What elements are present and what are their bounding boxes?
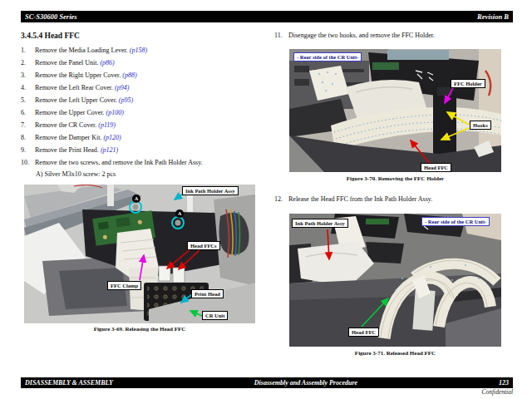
figure-3-70-caption: Figure 3-70. Removing the FFC Holder	[289, 175, 501, 182]
step-text: Remove the Print Head.	[35, 146, 99, 154]
header-series-title: SC-S30600 Series	[25, 12, 77, 21]
callout-hooks: Hooks	[470, 121, 491, 130]
step-text: Remove the Media Loading Lever.	[35, 47, 128, 54]
callout-ink-path-holder: Ink Path Holder Assy	[292, 219, 348, 228]
page-link[interactable]: (p88)	[122, 71, 136, 79]
step-11: 11.Disengage the two hooks, and remove t…	[274, 32, 515, 39]
page-footer: DISASSEMBLY & ASSEMBLY Disassembly and A…	[21, 377, 513, 388]
footer-section: DISASSEMBLY & ASSEMBLY	[25, 379, 113, 387]
step-text: Remove the Right Upper Cover.	[35, 71, 121, 79]
step-text: Remove the Panel Unit.	[35, 59, 98, 66]
figure-3-71-caption: Figure 3-71. Released Head FFC	[289, 350, 501, 357]
substep-a: A) Silver M3x10 screw: 2 pcs	[36, 170, 116, 178]
manual-page: SC-S30600 Series Revision B 3.4.5.4 Head…	[0, 0, 532, 399]
callout-head-ffc: Head FFC	[421, 163, 451, 172]
step-9: 9.Remove the Print Head. (p121)	[21, 146, 270, 154]
step-text: Remove the Left Upper Cover.	[35, 96, 117, 104]
step-text: Remove the Left Rear Cover.	[35, 84, 113, 91]
step-2: 2.Remove the Panel Unit. (p86)	[21, 59, 270, 66]
step-text: Remove the two screws, and remove the In…	[35, 159, 203, 166]
figure-3-69-caption: Figure 3-69. Releasing the Head FFC	[24, 326, 255, 332]
step-number: 11.	[274, 32, 288, 39]
step-text: Remove the CR Cover.	[35, 121, 96, 129]
step-12: 12.Release the Head FFC from the Ink Pat…	[274, 195, 515, 203]
callout-head-ffcs: Head FFCs	[187, 241, 220, 250]
step-text: Release the Head FFC from the Ink Path H…	[288, 195, 432, 203]
step-number: 1.	[21, 47, 35, 54]
figure-photo	[289, 49, 501, 172]
callout-ffc-holder: FFC Holder	[451, 79, 485, 88]
step-number: 3.	[21, 71, 35, 79]
page-link[interactable]: (p158)	[130, 47, 147, 54]
page-link[interactable]: (p94)	[115, 84, 129, 91]
screw-marker-a: A	[132, 195, 140, 203]
step-7: 7.Remove the CR Cover. (p119)	[21, 121, 270, 129]
step-number: 12.	[274, 195, 288, 203]
page-link[interactable]: (p100)	[106, 109, 124, 116]
callout-ffc-clamp: FFC Clamp	[107, 281, 141, 290]
figure-3-70: - Rear side of the CR Unit- FFC Holder H…	[289, 49, 501, 172]
header-revision: Revision B	[477, 12, 509, 21]
section-title: 3.4.5.4 Head FFC	[21, 32, 80, 40]
step-6: 6.Remove the Upper Cover. (p100)	[21, 109, 270, 116]
step-number: 10.	[21, 159, 35, 166]
step-number: 9.	[21, 146, 35, 154]
callout-head-ffc: Head FFC	[348, 328, 379, 337]
page-link[interactable]: (p86)	[100, 59, 114, 66]
step-number: 5.	[21, 96, 35, 104]
page-link[interactable]: (p120)	[103, 134, 121, 141]
figure-3-69: Ink Path Holder Assy Head FFCs FFC Clamp…	[24, 185, 255, 323]
page-link[interactable]: (p121)	[101, 146, 118, 154]
step-number: 2.	[21, 59, 35, 66]
confidential-note: Confidential	[382, 388, 513, 396]
step-number: 4.	[21, 84, 35, 91]
figure-photo	[24, 185, 255, 323]
figure-3-71: Ink Path Holder Assy - Rear side of the …	[289, 214, 501, 347]
banner-rear-side: - Rear side of the CR Unit-	[421, 217, 490, 226]
step-number: 6.	[21, 109, 35, 116]
step-4: 4.Remove the Left Rear Cover. (p94)	[21, 84, 270, 91]
step-text: Disengage the two hooks, and remove the …	[288, 32, 435, 39]
callout-print-head: Print Head	[191, 289, 224, 298]
step-number: 7.	[21, 121, 35, 129]
step-number: 8.	[21, 134, 35, 141]
step-10: 10.Remove the two screws, and remove the…	[21, 159, 270, 166]
page-header: SC-S30600 Series Revision B	[21, 11, 513, 22]
callout-ink-path-holder: Ink Path Holder Assy	[182, 186, 239, 195]
page-link[interactable]: (p95)	[119, 96, 133, 104]
callout-cr-unit: CR Unit	[202, 311, 228, 320]
step-3: 3.Remove the Right Upper Cover. (p88)	[21, 71, 270, 79]
step-1: 1.Remove the Media Loading Lever. (p158)	[21, 47, 270, 54]
footer-page-number: 123	[499, 379, 509, 387]
step-8: 8.Remove the Damper Kit. (p120)	[21, 134, 270, 141]
page-link[interactable]: (p119)	[98, 121, 116, 129]
footer-chapter: Disassembly and Assembly Procedure	[254, 379, 357, 387]
step-5: 5.Remove the Left Upper Cover. (p95)	[21, 96, 270, 104]
banner-rear-side: - Rear side of the CR Unit-	[293, 52, 362, 62]
figure-photo	[289, 214, 501, 347]
step-text: Remove the Upper Cover.	[35, 109, 105, 116]
step-text: Remove the Damper Kit.	[35, 134, 101, 141]
screw-marker-a: A	[175, 209, 184, 218]
